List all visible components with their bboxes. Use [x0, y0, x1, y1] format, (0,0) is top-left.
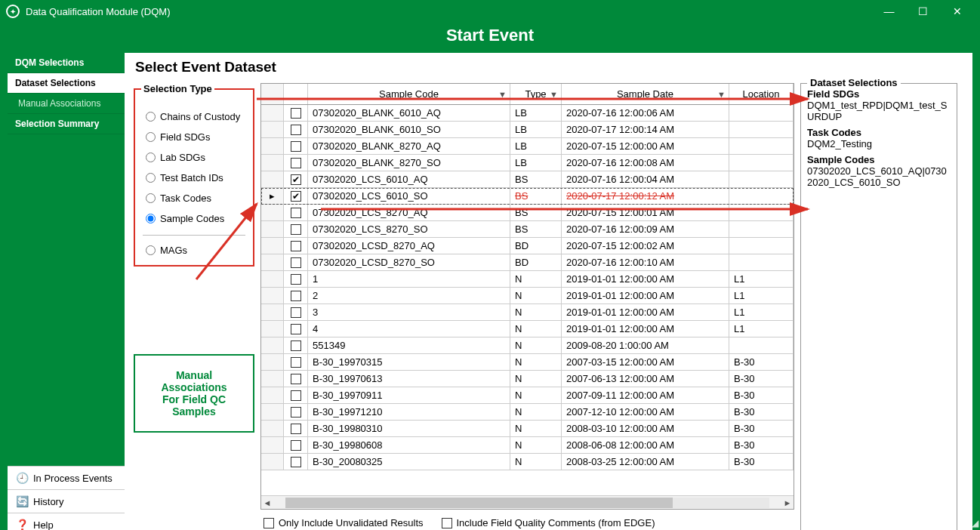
- scroll-right-icon[interactable]: ►: [781, 498, 794, 507]
- row-header[interactable]: [261, 371, 284, 387]
- minimize-button[interactable]: —: [872, 0, 906, 23]
- row-header[interactable]: [261, 404, 284, 420]
- table-row[interactable]: 3N2019-01-01 12:00:00 AML1: [261, 304, 794, 321]
- row-header[interactable]: [261, 288, 284, 304]
- table-row[interactable]: 07302020_LCS_8270_SOBS2020-07-16 12:00:0…: [261, 221, 794, 238]
- table-row[interactable]: B-30_19980310N2008-03-10 12:00:00 AMB-30: [261, 421, 794, 437]
- sidebar-bottom-help[interactable]: ❓Help: [8, 513, 125, 530]
- radio-task-codes[interactable]: Task Codes: [146, 193, 247, 204]
- table-row[interactable]: 07302020_LCSD_8270_AQBD2020-07-15 12:00:…: [261, 238, 794, 254]
- grid-horizontal-scrollbar[interactable]: ◄ ►: [261, 495, 794, 509]
- row-checkbox[interactable]: [284, 404, 308, 420]
- row-checkbox[interactable]: [284, 155, 308, 171]
- sidebar-bottom-in-process-events[interactable]: 🕘In Process Events: [8, 466, 125, 489]
- row-checkbox[interactable]: ✔: [284, 171, 308, 187]
- table-row[interactable]: 1N2019-01-01 12:00:00 AML1: [261, 271, 794, 288]
- table-row[interactable]: B-30_20080325N2008-03-25 12:00:00 AMB-30: [261, 454, 794, 470]
- resize-grip-icon[interactable]: ◢: [972, 518, 978, 528]
- row-checkbox[interactable]: [284, 221, 308, 237]
- table-row[interactable]: B-30_19980608N2008-06-08 12:00:00 AMB-30: [261, 437, 794, 454]
- radio-sample-codes[interactable]: Sample Codes: [146, 213, 247, 224]
- row-header[interactable]: [261, 221, 284, 237]
- radio-input[interactable]: [146, 132, 156, 142]
- row-checkbox[interactable]: [284, 354, 308, 370]
- table-row[interactable]: B-30_19970911N2007-09-11 12:00:00 AMB-30: [261, 387, 794, 404]
- row-checkbox[interactable]: [284, 387, 308, 403]
- radio-input[interactable]: [146, 112, 156, 122]
- table-row[interactable]: 551349N2009-08-20 1:00:00 AM: [261, 337, 794, 354]
- row-checkbox[interactable]: [284, 454, 308, 470]
- row-checkbox[interactable]: [284, 205, 308, 220]
- row-header[interactable]: [261, 437, 284, 453]
- row-checkbox[interactable]: [284, 337, 308, 353]
- radio-chains-of-custody[interactable]: Chains of Custody: [146, 111, 247, 122]
- row-header[interactable]: [261, 122, 284, 137]
- row-checkbox[interactable]: [284, 304, 308, 320]
- row-header[interactable]: ▸: [261, 188, 284, 204]
- table-row[interactable]: B-30_19970315N2007-03-15 12:00:00 AMB-30: [261, 354, 794, 371]
- filter-icon[interactable]: ▼: [550, 90, 558, 99]
- table-row[interactable]: 07302020_LCSD_8270_SOBD2020-07-16 12:00:…: [261, 254, 794, 271]
- row-checkbox[interactable]: [284, 288, 308, 304]
- filter-icon[interactable]: ▼: [717, 90, 726, 99]
- row-header[interactable]: [261, 254, 284, 270]
- col-header-checkbox[interactable]: [284, 84, 308, 104]
- row-checkbox[interactable]: [284, 371, 308, 387]
- row-checkbox[interactable]: [284, 271, 308, 287]
- sidebar-item-dqm-selections[interactable]: DQM Selections: [8, 53, 125, 73]
- radio-mags[interactable]: MAGs: [146, 245, 247, 256]
- sample-grid[interactable]: Sample Code ▼ Type ▼ Sample Date ▼ Loc: [260, 83, 794, 510]
- table-row[interactable]: B-30_19970613N2007-06-13 12:00:00 AMB-30: [261, 371, 794, 387]
- table-row[interactable]: 07302020_LCS_8270_AQBS2020-07-15 12:00:0…: [261, 205, 794, 221]
- col-header-type[interactable]: Type ▼: [510, 84, 562, 104]
- table-row[interactable]: ▸✔07302020_LCS_6010_SOBS2020-07-17 12:00…: [261, 188, 794, 205]
- row-checkbox[interactable]: ✔: [284, 188, 308, 204]
- scroll-left-icon[interactable]: ◄: [261, 498, 273, 507]
- radio-field-sdgs[interactable]: Field SDGs: [146, 131, 247, 143]
- table-row[interactable]: 07302020_BLANK_6010_AQLB2020-07-16 12:00…: [261, 105, 794, 122]
- table-row[interactable]: 07302020_BLANK_6010_SOLB2020-07-17 12:00…: [261, 122, 794, 138]
- col-header-sample-date[interactable]: Sample Date ▼: [562, 84, 729, 104]
- row-header[interactable]: [261, 321, 284, 337]
- row-header[interactable]: [261, 205, 284, 220]
- row-checkbox[interactable]: [284, 138, 308, 154]
- row-checkbox[interactable]: [284, 421, 308, 436]
- filter-icon[interactable]: ▼: [498, 90, 507, 99]
- row-header[interactable]: [261, 105, 284, 121]
- only-unvalidated-checkbox[interactable]: Only Include Unvalidated Results: [263, 517, 424, 528]
- table-row[interactable]: 4N2019-01-01 12:00:00 AML1: [261, 321, 794, 337]
- table-row[interactable]: 07302020_BLANK_8270_AQLB2020-07-15 12:00…: [261, 138, 794, 155]
- radio-input[interactable]: [146, 173, 156, 183]
- radio-test-batch-ids[interactable]: Test Batch IDs: [146, 172, 247, 183]
- sidebar-item-manual-associations[interactable]: Manual Associations: [8, 94, 125, 114]
- include-field-qc-checkbox[interactable]: Include Field Quality Comments (from EDG…: [442, 517, 655, 528]
- sidebar-bottom-history[interactable]: 🔄History: [8, 489, 125, 513]
- radio-input[interactable]: [146, 193, 156, 203]
- sidebar-item-selection-summary[interactable]: Selection Summary: [8, 114, 125, 134]
- table-row[interactable]: 2N2019-01-01 12:00:00 AML1: [261, 288, 794, 304]
- row-header[interactable]: [261, 138, 284, 154]
- sidebar-item-dataset-selections[interactable]: Dataset Selections: [8, 73, 125, 94]
- row-checkbox[interactable]: [284, 238, 308, 254]
- radio-input[interactable]: [146, 153, 156, 162]
- row-header[interactable]: [261, 337, 284, 353]
- table-row[interactable]: ✔07302020_LCS_6010_AQBS2020-07-16 12:00:…: [261, 171, 794, 188]
- row-header[interactable]: [261, 304, 284, 320]
- row-header[interactable]: [261, 155, 284, 171]
- row-checkbox[interactable]: [284, 254, 308, 270]
- row-checkbox[interactable]: [284, 321, 308, 337]
- row-checkbox[interactable]: [284, 437, 308, 453]
- row-header[interactable]: [261, 271, 284, 287]
- row-header[interactable]: [261, 421, 284, 436]
- row-header[interactable]: [261, 354, 284, 370]
- row-header[interactable]: [261, 171, 284, 187]
- col-header-location[interactable]: Location: [729, 84, 794, 104]
- row-header[interactable]: [261, 454, 284, 470]
- table-row[interactable]: 07302020_BLANK_8270_SOLB2020-07-16 12:00…: [261, 155, 794, 171]
- maximize-button[interactable]: ☐: [906, 0, 940, 23]
- row-checkbox[interactable]: [284, 122, 308, 137]
- radio-input[interactable]: [146, 214, 156, 223]
- manual-associations-box[interactable]: Manual Associations For Field QC Samples: [134, 354, 254, 433]
- radio-input[interactable]: [146, 245, 156, 255]
- row-checkbox[interactable]: [284, 105, 308, 121]
